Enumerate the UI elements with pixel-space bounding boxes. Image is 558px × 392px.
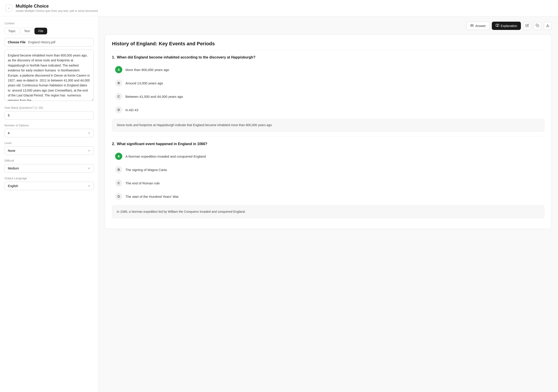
answer-label: Answer — [475, 24, 486, 28]
question-2-number: 2. — [112, 142, 115, 146]
option-b-letter: B — [115, 79, 122, 87]
main-content: Answer Explanation — [98, 16, 558, 392]
question-1-explanation: Stone tools and footprints at Happisburg… — [112, 119, 544, 131]
svg-rect-1 — [537, 25, 539, 27]
level-label: Level — [4, 141, 94, 145]
option-2a-text: A Norman expedition invaded and conquere… — [125, 154, 206, 158]
questions-input[interactable] — [4, 111, 94, 120]
file-name-display: England History.pdf — [28, 40, 55, 44]
toolbar: Answer Explanation — [105, 22, 552, 30]
back-button[interactable]: ‹ — [5, 4, 13, 12]
explanation-label: Explanation — [501, 24, 517, 28]
question-1-option-d[interactable]: D In AD 43 — [112, 104, 544, 116]
option-d-letter: D — [115, 106, 122, 113]
question-2: 2. What significant event happened in En… — [112, 142, 544, 218]
option-b-text: Around 13,000 years ago — [125, 81, 163, 85]
tab-topic[interactable]: Topic — [4, 28, 19, 34]
language-label: Output Language — [4, 176, 94, 180]
question-1-option-c[interactable]: C Between 41,000 and 44,000 years ago — [112, 91, 544, 102]
questions-label: How Many Questions? (1~30) — [4, 106, 94, 109]
edit-button[interactable] — [523, 22, 531, 30]
copy-icon — [536, 24, 539, 28]
eye-icon — [470, 24, 474, 28]
difficult-select[interactable]: Easy Medium Hard — [4, 164, 94, 173]
question-divider-1 — [112, 136, 544, 137]
context-label: Context — [4, 22, 94, 25]
options-select[interactable]: 4 3 5 — [4, 129, 94, 137]
download-icon — [546, 24, 549, 28]
app-subtitle: create Multiple Choice quiz from any tex… — [16, 9, 98, 13]
quiz-card: History of England: Key Events and Perio… — [105, 34, 552, 229]
option-2b-letter: B — [115, 166, 122, 173]
question-2-option-c[interactable]: C The end of Roman rule — [112, 177, 544, 189]
language-select[interactable]: English Spanish French German Chinese Ja… — [4, 182, 94, 190]
explanation-button[interactable]: Explanation — [492, 22, 521, 30]
question-1-option-b[interactable]: B Around 13,000 years ago — [112, 77, 544, 89]
question-1: 1. When did England become inhabited acc… — [112, 55, 544, 132]
option-2c-letter: C — [115, 179, 122, 187]
file-chooser[interactable]: Choose File England History.pdf — [4, 38, 94, 46]
question-2-explanation: In 1066, a Norman expedition led by Will… — [112, 205, 544, 218]
sidebar: Context Topic Text File Choose File Engl… — [0, 16, 98, 392]
answer-button[interactable]: Answer — [466, 22, 490, 30]
options-label: Number of Options — [4, 124, 94, 127]
question-1-header: 1. When did England become inhabited acc… — [112, 55, 544, 60]
question-2-option-a[interactable]: A A Norman expedition invaded and conque… — [112, 150, 544, 162]
option-2d-letter: D — [115, 193, 122, 200]
svg-point-0 — [471, 25, 472, 26]
option-a-text: More than 800,000 years ago — [125, 68, 169, 72]
option-2d-text: The start of the Hundred Years' War — [125, 195, 179, 199]
level-select[interactable]: None A1 A2 B1 B2 C1 C2 — [4, 146, 94, 155]
option-2b-text: The signing of Magna Carta — [125, 168, 167, 172]
option-a-letter: A — [115, 66, 122, 73]
question-1-text: When did England become inhabited accord… — [117, 55, 255, 59]
tab-text[interactable]: Text — [20, 28, 34, 34]
question-2-text: What significant event happened in Engla… — [117, 142, 208, 146]
question-1-option-a[interactable]: A More than 800,000 years ago — [112, 64, 544, 75]
app-title: Multiple Choice — [16, 4, 98, 9]
question-2-option-d[interactable]: D The start of the Hundred Years' War — [112, 191, 544, 202]
question-2-header: 2. What significant event happened in En… — [112, 142, 544, 146]
question-1-number: 1. — [112, 55, 115, 59]
option-2c-text: The end of Roman rule — [125, 181, 160, 185]
question-2-option-b[interactable]: B The signing of Magna Carta — [112, 164, 544, 175]
option-d-text: In AD 43 — [125, 108, 138, 112]
copy-button[interactable] — [533, 22, 541, 30]
tab-file[interactable]: File — [35, 28, 47, 34]
choose-file-button[interactable]: Choose File — [8, 40, 26, 44]
header: ‹ Multiple Choice create Multiple Choice… — [0, 0, 558, 16]
context-tabs: Topic Text File — [4, 28, 94, 34]
context-textarea[interactable] — [4, 50, 94, 101]
header-info: Multiple Choice create Multiple Choice q… — [16, 4, 98, 13]
download-button[interactable] — [544, 22, 552, 30]
option-c-text: Between 41,000 and 44,000 years ago — [125, 95, 183, 99]
option-c-letter: C — [115, 93, 122, 100]
difficult-label: Difficult — [4, 159, 94, 162]
quiz-title: History of England: Key Events and Perio… — [112, 41, 544, 50]
edit-icon — [525, 24, 529, 28]
main-layout: Context Topic Text File Choose File Engl… — [0, 16, 558, 392]
option-2a-letter: A — [115, 153, 122, 160]
book-icon — [496, 24, 499, 28]
